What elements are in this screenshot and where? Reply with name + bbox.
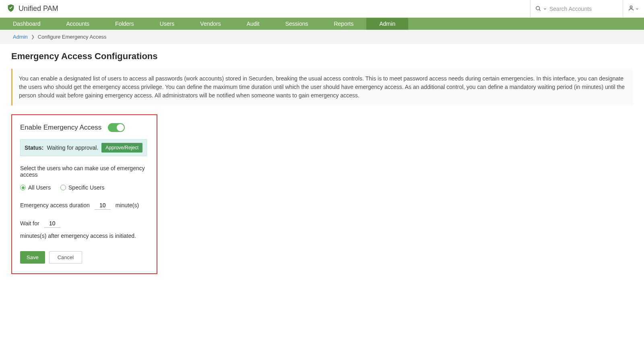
shield-check-icon bbox=[6, 4, 15, 14]
nav-sessions[interactable]: Sessions bbox=[272, 18, 321, 30]
enable-toggle-row: Enable Emergency Access bbox=[20, 123, 149, 132]
select-users-label: Select the users who can make use of eme… bbox=[20, 165, 149, 178]
chevron-down-icon bbox=[543, 6, 547, 12]
save-button[interactable]: Save bbox=[20, 251, 45, 264]
form-actions: Save Cancel bbox=[20, 251, 149, 264]
approve-reject-button[interactable]: Approve/Reject bbox=[101, 143, 142, 153]
nav-users[interactable]: Users bbox=[147, 18, 188, 30]
nav-reports[interactable]: Reports bbox=[321, 18, 366, 30]
wait-row: Wait for minutes(s) after emergency acce… bbox=[20, 219, 149, 239]
emergency-access-form: Enable Emergency Access Status: Waiting … bbox=[11, 114, 157, 274]
status-label: Status: bbox=[25, 144, 43, 151]
user-scope-radios: All Users Specific Users bbox=[20, 184, 149, 191]
user-menu[interactable] bbox=[623, 0, 644, 17]
app-header: Unified PAM bbox=[0, 0, 644, 18]
wait-suffix: minutes(s) after emergency access is ini… bbox=[20, 233, 136, 239]
nav-audit[interactable]: Audit bbox=[234, 18, 272, 30]
page-title: Emergency Access Configurations bbox=[11, 51, 633, 62]
status-box: Status: Waiting for approval. Approve/Re… bbox=[20, 139, 147, 156]
duration-label: Emergency access duration bbox=[20, 202, 90, 208]
radio-icon bbox=[20, 185, 26, 190]
search-input[interactable] bbox=[549, 6, 618, 12]
breadcrumb-current: Configure Emergency Access bbox=[38, 34, 107, 40]
chevron-right-icon: ❯ bbox=[31, 34, 35, 39]
radio-icon bbox=[60, 185, 66, 190]
nav-vendors[interactable]: Vendors bbox=[187, 18, 233, 30]
svg-line-1 bbox=[539, 9, 540, 10]
duration-unit: minute(s) bbox=[116, 202, 139, 208]
radio-specific-users[interactable]: Specific Users bbox=[60, 184, 104, 191]
status-value: Waiting for approval. bbox=[47, 144, 98, 151]
breadcrumb-root[interactable]: Admin bbox=[13, 34, 28, 40]
search-icon bbox=[535, 6, 541, 12]
user-icon bbox=[628, 5, 634, 12]
main-nav: Dashboard Accounts Folders Users Vendors… bbox=[0, 18, 644, 30]
page-content: Emergency Access Configurations You can … bbox=[0, 44, 644, 281]
brand-title: Unified PAM bbox=[19, 4, 58, 13]
toggle-knob bbox=[117, 124, 124, 131]
chevron-down-icon bbox=[635, 6, 639, 12]
enable-label: Enable Emergency Access bbox=[20, 124, 101, 132]
wait-input[interactable] bbox=[44, 219, 60, 228]
svg-point-2 bbox=[630, 6, 632, 8]
nav-dashboard[interactable]: Dashboard bbox=[0, 18, 54, 30]
wait-prefix: Wait for bbox=[20, 220, 39, 227]
duration-row: Emergency access duration minute(s) bbox=[20, 201, 149, 210]
header-right bbox=[530, 0, 644, 17]
duration-input[interactable] bbox=[95, 201, 111, 210]
search-dropdown[interactable] bbox=[530, 0, 623, 17]
nav-admin[interactable]: Admin bbox=[366, 18, 408, 30]
breadcrumb: Admin ❯ Configure Emergency Access bbox=[0, 30, 644, 44]
radio-specific-label: Specific Users bbox=[68, 184, 104, 191]
enable-toggle[interactable] bbox=[108, 123, 125, 132]
info-banner: You can enable a designated list of user… bbox=[11, 69, 633, 105]
brand: Unified PAM bbox=[6, 4, 58, 14]
cancel-button[interactable]: Cancel bbox=[49, 251, 82, 264]
nav-accounts[interactable]: Accounts bbox=[54, 18, 103, 30]
svg-point-0 bbox=[536, 6, 540, 10]
radio-all-label: All Users bbox=[28, 184, 51, 191]
radio-all-users[interactable]: All Users bbox=[20, 184, 51, 191]
nav-folders[interactable]: Folders bbox=[102, 18, 147, 30]
